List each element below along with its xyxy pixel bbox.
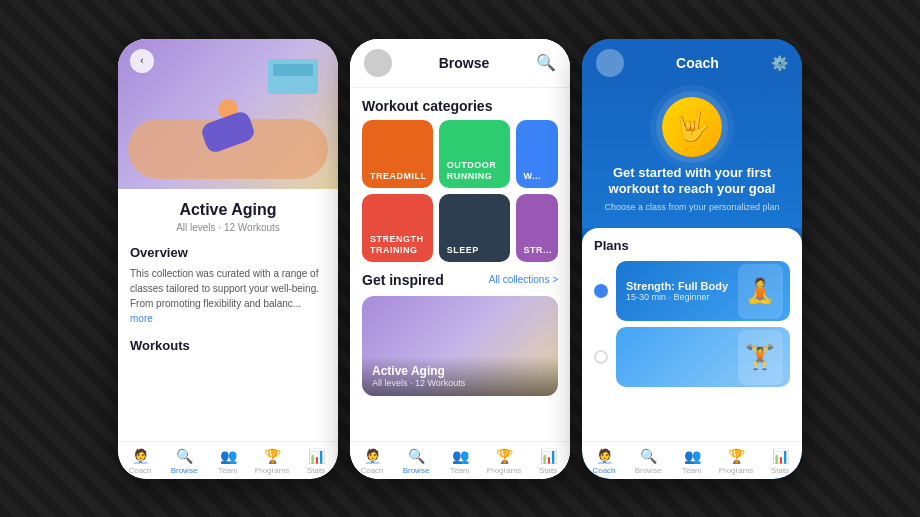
nav-coach[interactable]: 🧑‍💼 Coach xyxy=(350,448,394,475)
plan-radio-2[interactable] xyxy=(594,350,608,364)
plan-card-fullbody[interactable]: Strength: Full Body 15-30 min · Beginner… xyxy=(616,261,790,321)
nav-stats[interactable]: 📊 Stats xyxy=(758,448,802,475)
stats-label: Stats xyxy=(307,466,325,475)
coach-hero: 🤟 Get started with your first workout to… xyxy=(582,87,802,229)
search-icon[interactable]: 🔍 xyxy=(536,53,556,72)
programs-label: Programs xyxy=(255,466,290,475)
programs-icon: 🏆 xyxy=(264,448,281,464)
team-label: Team xyxy=(682,466,702,475)
programs-icon: 🏆 xyxy=(496,448,513,464)
coach-title: Coach xyxy=(676,55,719,71)
coach-label: Coach xyxy=(592,466,615,475)
team-icon: 👥 xyxy=(684,448,701,464)
team-label: Team xyxy=(450,466,470,475)
browse-header: Browse 🔍 xyxy=(350,39,570,88)
team-icon: 👥 xyxy=(220,448,237,464)
coach-icon: 🧑‍💼 xyxy=(132,448,149,464)
hero-title: Get started with your first workout to r… xyxy=(602,165,782,199)
browse-icon: 🔍 xyxy=(640,448,657,464)
programs-icon: 🏆 xyxy=(728,448,745,464)
inspired-heading: Get inspired xyxy=(362,272,444,288)
browse-label: Browse xyxy=(403,466,430,475)
card-subtitle: All levels · 12 Workouts xyxy=(372,378,548,388)
hero-image: ‹ xyxy=(118,39,338,189)
person-figure xyxy=(198,99,258,169)
nav-programs[interactable]: 🏆 Programs xyxy=(482,448,526,475)
coach-label: Coach xyxy=(128,466,151,475)
bottom-nav-coach: 🧑‍💼 Coach 🔍 Browse 👥 Team 🏆 Programs 📊 xyxy=(582,441,802,479)
browse-icon: 🔍 xyxy=(408,448,425,464)
category-strength[interactable]: Strength Training xyxy=(362,194,433,262)
nav-coach[interactable]: 🧑‍💼 Coach xyxy=(582,448,626,475)
programs-label: Programs xyxy=(719,466,754,475)
browse-icon: 🔍 xyxy=(176,448,193,464)
plan-card-title: Strength: Full Body xyxy=(626,280,728,292)
card-title: Active Aging xyxy=(372,364,548,378)
nav-team[interactable]: 👥 Team xyxy=(670,448,714,475)
hero-subtitle: Choose a class from your personalized pl… xyxy=(602,202,782,212)
inspired-section: Get inspired All collections > Active Ag… xyxy=(350,272,570,404)
nav-stats[interactable]: 📊 Stats xyxy=(526,448,570,475)
all-collections-link[interactable]: All collections > xyxy=(489,274,558,285)
screen-active-aging: ‹ Active Aging All levels · 12 Workouts … xyxy=(118,39,338,479)
screen-coach: Coach ⚙️ 🤟 Get started with your first w… xyxy=(582,39,802,479)
back-button[interactable]: ‹ xyxy=(130,49,154,73)
coach-header: Coach ⚙️ xyxy=(582,39,802,87)
stats-icon: 📊 xyxy=(308,448,325,464)
nav-programs[interactable]: 🏆 Programs xyxy=(714,448,758,475)
coach-icon: 🧑‍💼 xyxy=(596,448,613,464)
category-sleep[interactable]: Sleep xyxy=(439,194,510,262)
more-link[interactable]: more xyxy=(130,313,153,324)
workout-subtitle: All levels · 12 Workouts xyxy=(130,222,326,233)
workout-title: Active Aging xyxy=(130,201,326,219)
categories-grid: Treadmill Outdoor Running W... Strength … xyxy=(350,120,570,272)
nav-browse[interactable]: 🔍 Browse xyxy=(394,448,438,475)
plan-card-image: 🧘 xyxy=(730,261,790,321)
coach-label: Coach xyxy=(360,466,383,475)
user-avatar xyxy=(364,49,392,77)
plan-card-image-2: 🏋️ xyxy=(730,327,790,387)
coach-icon: 🧑‍💼 xyxy=(364,448,381,464)
plan-card-2[interactable]: 🏋️ xyxy=(616,327,790,387)
nav-stats[interactable]: 📊 Stats xyxy=(294,448,338,475)
stats-icon: 📊 xyxy=(772,448,789,464)
stats-icon: 📊 xyxy=(540,448,557,464)
collection-card[interactable]: Active Aging All levels · 12 Workouts xyxy=(362,296,558,396)
browse-label: Browse xyxy=(171,466,198,475)
plans-heading: Plans xyxy=(594,238,790,253)
filter-icon[interactable]: ⚙️ xyxy=(771,55,788,71)
team-icon: 👥 xyxy=(452,448,469,464)
bottom-nav: 🧑‍💼 Coach 🔍 Browse 👥 Team 🏆 Programs 📊 xyxy=(118,441,338,479)
window-decoration xyxy=(268,59,318,94)
overview-heading: Overview xyxy=(130,245,326,260)
browse-body: Workout categories Treadmill Outdoor Run… xyxy=(350,88,570,441)
programs-label: Programs xyxy=(487,466,522,475)
user-avatar xyxy=(596,49,624,77)
category-outdoor[interactable]: Outdoor Running xyxy=(439,120,510,188)
stats-label: Stats xyxy=(771,466,789,475)
nav-programs[interactable]: 🏆 Programs xyxy=(250,448,294,475)
workouts-heading: Workouts xyxy=(130,338,326,353)
category-treadmill[interactable]: Treadmill xyxy=(362,120,433,188)
plan-radio-fullbody[interactable] xyxy=(594,284,608,298)
stats-label: Stats xyxy=(539,466,557,475)
category-stretch[interactable]: STR... xyxy=(516,194,558,262)
nav-browse[interactable]: 🔍 Browse xyxy=(626,448,670,475)
screen-browse: Browse 🔍 Workout categories Treadmill Ou… xyxy=(350,39,570,479)
categories-heading: Workout categories xyxy=(350,88,570,120)
plan-item-2[interactable]: 🏋️ xyxy=(594,327,790,387)
person-silhouette-2: 🏋️ xyxy=(738,330,783,385)
nav-team[interactable]: 👥 Team xyxy=(206,448,250,475)
person-silhouette: 🧘 xyxy=(738,264,783,319)
nav-team[interactable]: 👥 Team xyxy=(438,448,482,475)
category-walking[interactable]: W... xyxy=(516,120,558,188)
overview-text: This collection was curated with a range… xyxy=(130,266,326,326)
plan-card-subtitle: 15-30 min · Beginner xyxy=(626,292,728,302)
nav-coach[interactable]: 🧑‍💼 Coach xyxy=(118,448,162,475)
nav-browse[interactable]: 🔍 Browse xyxy=(162,448,206,475)
plan-item-fullbody[interactable]: Strength: Full Body 15-30 min · Beginner… xyxy=(594,261,790,321)
browse-label: Browse xyxy=(635,466,662,475)
browse-title: Browse xyxy=(439,55,490,71)
team-label: Team xyxy=(218,466,238,475)
trophy-badge: 🤟 xyxy=(662,97,722,157)
